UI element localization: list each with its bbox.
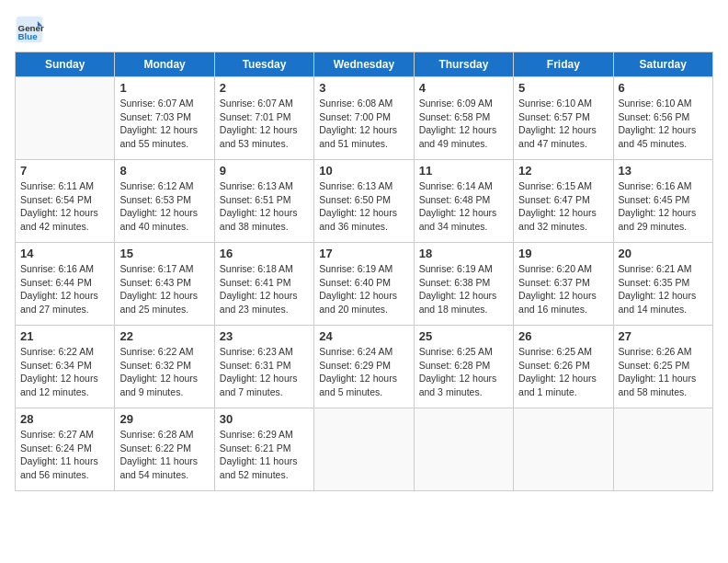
day-info: Sunrise: 6:16 AM Sunset: 6:45 PM Dayligh… <box>619 179 708 234</box>
col-header-monday: Monday <box>115 52 214 77</box>
day-number: 28 <box>20 412 109 426</box>
day-cell: 10Sunrise: 6:13 AM Sunset: 6:50 PM Dayli… <box>314 160 414 243</box>
day-number: 6 <box>619 81 708 95</box>
col-header-wednesday: Wednesday <box>314 52 414 77</box>
col-header-sunday: Sunday <box>16 52 115 77</box>
day-info: Sunrise: 6:15 AM Sunset: 6:47 PM Dayligh… <box>518 179 608 234</box>
day-info: Sunrise: 6:17 AM Sunset: 6:43 PM Dayligh… <box>119 262 209 316</box>
logo: General Blue <box>15 15 48 44</box>
day-info: Sunrise: 6:10 AM Sunset: 6:56 PM Dayligh… <box>619 97 708 151</box>
day-info: Sunrise: 6:22 AM Sunset: 6:34 PM Dayligh… <box>20 345 109 399</box>
day-cell: 2Sunrise: 6:07 AM Sunset: 7:01 PM Daylig… <box>214 77 313 160</box>
day-cell: 11Sunrise: 6:14 AM Sunset: 6:48 PM Dayli… <box>414 160 513 243</box>
day-info: Sunrise: 6:24 AM Sunset: 6:29 PM Dayligh… <box>319 345 408 399</box>
week-row-1: 1Sunrise: 6:07 AM Sunset: 7:03 PM Daylig… <box>16 77 713 160</box>
day-info: Sunrise: 6:16 AM Sunset: 6:44 PM Dayligh… <box>20 262 109 316</box>
day-info: Sunrise: 6:11 AM Sunset: 6:54 PM Dayligh… <box>20 179 109 234</box>
day-cell <box>514 408 613 491</box>
logo-icon: General Blue <box>15 15 44 44</box>
day-info: Sunrise: 6:09 AM Sunset: 6:58 PM Dayligh… <box>419 97 508 151</box>
day-number: 17 <box>319 247 408 260</box>
col-header-thursday: Thursday <box>414 52 513 77</box>
day-info: Sunrise: 6:27 AM Sunset: 6:24 PM Dayligh… <box>20 428 109 482</box>
day-info: Sunrise: 6:07 AM Sunset: 7:01 PM Dayligh… <box>220 97 309 151</box>
day-number: 20 <box>619 247 708 260</box>
day-number: 25 <box>419 329 508 343</box>
day-number: 5 <box>518 81 608 95</box>
day-number: 22 <box>119 329 209 343</box>
day-cell: 29Sunrise: 6:28 AM Sunset: 6:22 PM Dayli… <box>115 408 214 491</box>
day-cell: 4Sunrise: 6:09 AM Sunset: 6:58 PM Daylig… <box>414 77 513 160</box>
day-cell: 19Sunrise: 6:20 AM Sunset: 6:37 PM Dayli… <box>514 243 613 326</box>
day-info: Sunrise: 6:28 AM Sunset: 6:22 PM Dayligh… <box>119 428 209 482</box>
day-info: Sunrise: 6:25 AM Sunset: 6:26 PM Dayligh… <box>518 345 608 399</box>
day-cell: 21Sunrise: 6:22 AM Sunset: 6:34 PM Dayli… <box>16 326 115 408</box>
svg-text:Blue: Blue <box>18 31 39 41</box>
day-cell <box>414 408 513 491</box>
day-number: 30 <box>220 412 309 426</box>
day-info: Sunrise: 6:18 AM Sunset: 6:41 PM Dayligh… <box>220 262 309 316</box>
day-number: 3 <box>319 81 408 95</box>
day-cell: 30Sunrise: 6:29 AM Sunset: 6:21 PM Dayli… <box>214 408 313 491</box>
day-info: Sunrise: 6:19 AM Sunset: 6:40 PM Dayligh… <box>319 262 408 316</box>
day-number: 13 <box>619 164 708 178</box>
day-number: 10 <box>319 164 408 178</box>
day-cell: 14Sunrise: 6:16 AM Sunset: 6:44 PM Dayli… <box>16 243 115 326</box>
day-number: 1 <box>119 81 209 95</box>
day-cell: 24Sunrise: 6:24 AM Sunset: 6:29 PM Dayli… <box>314 326 414 408</box>
day-cell: 22Sunrise: 6:22 AM Sunset: 6:32 PM Dayli… <box>115 326 214 408</box>
day-cell: 26Sunrise: 6:25 AM Sunset: 6:26 PM Dayli… <box>514 326 613 408</box>
day-cell: 12Sunrise: 6:15 AM Sunset: 6:47 PM Dayli… <box>514 160 613 243</box>
day-info: Sunrise: 6:13 AM Sunset: 6:50 PM Dayligh… <box>319 179 408 234</box>
day-number: 7 <box>20 164 109 178</box>
day-cell: 18Sunrise: 6:19 AM Sunset: 6:38 PM Dayli… <box>414 243 513 326</box>
calendar-table: SundayMondayTuesdayWednesdayThursdayFrid… <box>15 52 713 491</box>
day-info: Sunrise: 6:14 AM Sunset: 6:48 PM Dayligh… <box>419 179 508 234</box>
col-header-saturday: Saturday <box>613 52 712 77</box>
day-info: Sunrise: 6:23 AM Sunset: 6:31 PM Dayligh… <box>220 345 309 399</box>
day-number: 18 <box>419 247 508 260</box>
day-number: 2 <box>220 81 309 95</box>
day-cell: 9Sunrise: 6:13 AM Sunset: 6:51 PM Daylig… <box>214 160 313 243</box>
day-info: Sunrise: 6:25 AM Sunset: 6:28 PM Dayligh… <box>419 345 508 399</box>
day-number: 29 <box>119 412 209 426</box>
day-cell: 13Sunrise: 6:16 AM Sunset: 6:45 PM Dayli… <box>613 160 712 243</box>
week-row-2: 7Sunrise: 6:11 AM Sunset: 6:54 PM Daylig… <box>16 160 713 243</box>
day-number: 8 <box>119 164 209 178</box>
day-cell: 23Sunrise: 6:23 AM Sunset: 6:31 PM Dayli… <box>214 326 313 408</box>
day-info: Sunrise: 6:12 AM Sunset: 6:53 PM Dayligh… <box>119 179 209 234</box>
day-info: Sunrise: 6:10 AM Sunset: 6:57 PM Dayligh… <box>518 97 608 151</box>
day-cell: 7Sunrise: 6:11 AM Sunset: 6:54 PM Daylig… <box>16 160 115 243</box>
day-cell: 28Sunrise: 6:27 AM Sunset: 6:24 PM Dayli… <box>16 408 115 491</box>
day-cell: 17Sunrise: 6:19 AM Sunset: 6:40 PM Dayli… <box>314 243 414 326</box>
day-cell: 1Sunrise: 6:07 AM Sunset: 7:03 PM Daylig… <box>115 77 214 160</box>
week-row-3: 14Sunrise: 6:16 AM Sunset: 6:44 PM Dayli… <box>16 243 713 326</box>
day-info: Sunrise: 6:08 AM Sunset: 7:00 PM Dayligh… <box>319 97 408 151</box>
day-cell: 8Sunrise: 6:12 AM Sunset: 6:53 PM Daylig… <box>115 160 214 243</box>
day-cell: 25Sunrise: 6:25 AM Sunset: 6:28 PM Dayli… <box>414 326 513 408</box>
day-cell: 16Sunrise: 6:18 AM Sunset: 6:41 PM Dayli… <box>214 243 313 326</box>
day-info: Sunrise: 6:07 AM Sunset: 7:03 PM Dayligh… <box>119 97 209 151</box>
day-info: Sunrise: 6:20 AM Sunset: 6:37 PM Dayligh… <box>518 262 608 316</box>
day-number: 16 <box>220 247 309 260</box>
day-cell: 20Sunrise: 6:21 AM Sunset: 6:35 PM Dayli… <box>613 243 712 326</box>
day-number: 4 <box>419 81 508 95</box>
day-info: Sunrise: 6:26 AM Sunset: 6:25 PM Dayligh… <box>619 345 708 399</box>
col-header-friday: Friday <box>514 52 613 77</box>
day-cell: 3Sunrise: 6:08 AM Sunset: 7:00 PM Daylig… <box>314 77 414 160</box>
day-cell <box>16 77 115 160</box>
day-number: 21 <box>20 329 109 343</box>
day-cell <box>613 408 712 491</box>
day-number: 26 <box>518 329 608 343</box>
day-number: 9 <box>220 164 309 178</box>
col-header-tuesday: Tuesday <box>214 52 313 77</box>
week-row-4: 21Sunrise: 6:22 AM Sunset: 6:34 PM Dayli… <box>16 326 713 408</box>
day-number: 19 <box>518 247 608 260</box>
day-cell: 6Sunrise: 6:10 AM Sunset: 6:56 PM Daylig… <box>613 77 712 160</box>
day-number: 14 <box>20 247 109 260</box>
day-info: Sunrise: 6:19 AM Sunset: 6:38 PM Dayligh… <box>419 262 508 316</box>
day-number: 12 <box>518 164 608 178</box>
day-number: 15 <box>119 247 209 260</box>
day-cell <box>314 408 414 491</box>
day-info: Sunrise: 6:21 AM Sunset: 6:35 PM Dayligh… <box>619 262 708 316</box>
